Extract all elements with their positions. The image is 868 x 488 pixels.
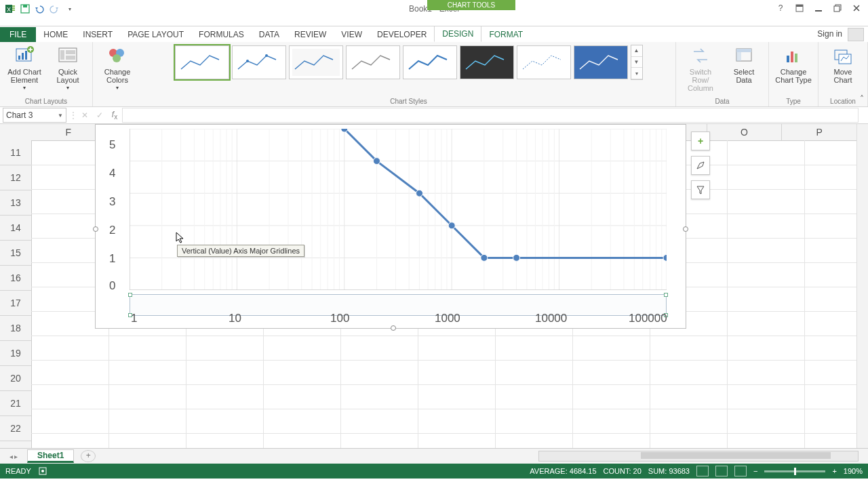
col-header-O[interactable]: O [707, 124, 783, 140]
chart-style-2[interactable] [232, 45, 286, 79]
row-header-12[interactable]: 12 [0, 165, 31, 190]
gallery-down-icon[interactable]: ▼ [631, 57, 642, 68]
y-tick-1: 1 [109, 252, 115, 266]
ribbon-display-options-icon[interactable] [791, 1, 808, 15]
chart-line-series[interactable] [130, 129, 667, 290]
save-icon[interactable] [19, 3, 31, 15]
chart-style-6[interactable] [460, 45, 514, 79]
name-box[interactable]: Chart 3▼ [3, 108, 66, 123]
chart-style-5[interactable] [403, 45, 457, 79]
vertical-scrollbar[interactable] [856, 124, 868, 448]
sign-in-link[interactable]: Sign in [817, 29, 842, 39]
row-header-16[interactable]: 16 [0, 266, 31, 291]
worksheet-grid[interactable]: FGHIJKLMNOP 111213141516171819202122 5 4… [0, 124, 868, 448]
chart-elements-button[interactable]: + [691, 131, 710, 150]
ribbon-tab-strip: FILE HOME INSERT PAGE LAYOUT FORMULAS DA… [0, 26, 868, 42]
row-header-21[interactable]: 21 [0, 391, 31, 416]
plot-area[interactable] [130, 129, 667, 290]
row-header-22[interactable]: 22 [0, 416, 31, 441]
chart-style-4[interactable] [346, 45, 400, 79]
formula-input[interactable] [122, 108, 859, 123]
quick-layout-button[interactable]: Quick Layout ▾ [49, 45, 87, 92]
view-page-break-icon[interactable] [734, 466, 747, 476]
row-header-14[interactable]: 14 [0, 216, 31, 241]
svg-rect-31 [791, 52, 793, 62]
chart-style-7[interactable] [517, 45, 571, 79]
tab-formulas[interactable]: FORMULAS [191, 27, 252, 42]
macro-record-icon[interactable] [38, 466, 47, 476]
redo-icon[interactable] [49, 3, 61, 15]
zoom-level[interactable]: 190% [844, 467, 863, 475]
svg-rect-29 [736, 49, 741, 61]
undo-icon[interactable] [34, 3, 46, 15]
tab-design[interactable]: DESIGN [434, 26, 481, 42]
tab-page-layout[interactable]: PAGE LAYOUT [120, 27, 191, 42]
y-tick-0: 0 [109, 279, 115, 293]
tab-file[interactable]: FILE [0, 27, 36, 42]
chevron-down-icon[interactable]: ▼ [58, 113, 63, 119]
chart-styles-button[interactable] [691, 156, 710, 175]
chart-style-3[interactable] [289, 45, 343, 79]
view-page-layout-icon[interactable] [715, 466, 728, 476]
tab-format[interactable]: FORMAT [481, 27, 530, 42]
cancel-formula-icon[interactable]: ✕ [77, 110, 92, 120]
tab-review[interactable]: REVIEW [287, 27, 334, 42]
row-header-11[interactable]: 11 [0, 140, 31, 165]
fx-icon[interactable]: fx [107, 110, 122, 121]
chart-filters-button[interactable] [691, 180, 710, 199]
zoom-slider[interactable] [764, 470, 825, 472]
add-chart-element-button[interactable]: Add Chart Element ▾ [5, 45, 43, 92]
svg-rect-2 [12, 5, 15, 7]
svg-point-88 [373, 158, 380, 165]
row-headers: 111213141516171819202122 [0, 140, 32, 448]
new-sheet-button[interactable]: + [81, 450, 96, 462]
group-type: Change Chart Type Type [769, 42, 818, 106]
move-chart-button[interactable]: Move Chart [824, 45, 862, 84]
svg-text:X: X [7, 6, 11, 13]
qat-dropdown-icon[interactable]: ▾ [64, 3, 76, 15]
change-chart-type-button[interactable]: Change Chart Type [774, 45, 812, 84]
x-tick-100: 100 [330, 312, 349, 325]
gallery-scroll[interactable]: ▲▼▾ [631, 45, 643, 80]
row-header-18[interactable]: 18 [0, 316, 31, 341]
minimize-icon[interactable] [810, 1, 827, 15]
change-colors-button[interactable]: Change Colors ▾ [98, 45, 136, 92]
row-header-17[interactable]: 17 [0, 291, 31, 316]
col-header-P[interactable]: P [782, 124, 857, 140]
row-header-19[interactable]: 19 [0, 341, 31, 366]
restore-icon[interactable] [829, 1, 846, 15]
select-data-button[interactable]: Select Data [725, 45, 763, 84]
excel-logo-icon: X [4, 3, 16, 15]
enter-formula-icon[interactable]: ✓ [92, 110, 107, 120]
tab-insert[interactable]: INSERT [75, 27, 120, 42]
zoom-out-button[interactable]: − [753, 467, 757, 475]
x-axis-selected[interactable] [130, 294, 667, 316]
title-bar: X ▾ Book1 - Excel CHART TOOLS ? [0, 0, 868, 26]
horizontal-scrollbar[interactable] [538, 451, 859, 462]
chart-style-8[interactable] [574, 45, 628, 79]
switch-row-column-button[interactable]: Switch Row/ Column [682, 45, 719, 92]
collapse-ribbon-icon[interactable]: ˄ [860, 94, 864, 104]
group-data: Switch Row/ Column Select Data Data [676, 42, 769, 106]
close-icon[interactable] [848, 1, 865, 15]
view-normal-icon[interactable] [696, 466, 709, 476]
help-icon[interactable]: ? [772, 1, 789, 15]
tab-view[interactable]: VIEW [334, 27, 370, 42]
gallery-more-icon[interactable]: ▾ [631, 68, 642, 79]
sheet-nav-buttons[interactable]: ◂ ▸ [0, 453, 27, 460]
embedded-chart[interactable]: 5 4 3 2 1 0 1 10 100 1000 10000 100000 V… [95, 124, 686, 329]
tab-home[interactable]: HOME [36, 27, 75, 42]
row-header-13[interactable]: 13 [0, 190, 31, 216]
row-header-15[interactable]: 15 [0, 241, 31, 266]
select-all-corner[interactable] [0, 124, 32, 141]
group-label-data: Data [715, 98, 729, 105]
zoom-in-button[interactable]: + [832, 467, 836, 475]
svg-rect-20 [66, 56, 75, 60]
gallery-up-icon[interactable]: ▲ [631, 45, 642, 57]
user-avatar-placeholder[interactable] [848, 28, 864, 41]
sheet-tab-sheet1[interactable]: Sheet1 [27, 449, 74, 463]
chart-style-1[interactable] [175, 45, 229, 79]
tab-developer[interactable]: DEVELOPER [370, 27, 434, 42]
row-header-20[interactable]: 20 [0, 366, 31, 391]
tab-data[interactable]: DATA [252, 27, 287, 42]
